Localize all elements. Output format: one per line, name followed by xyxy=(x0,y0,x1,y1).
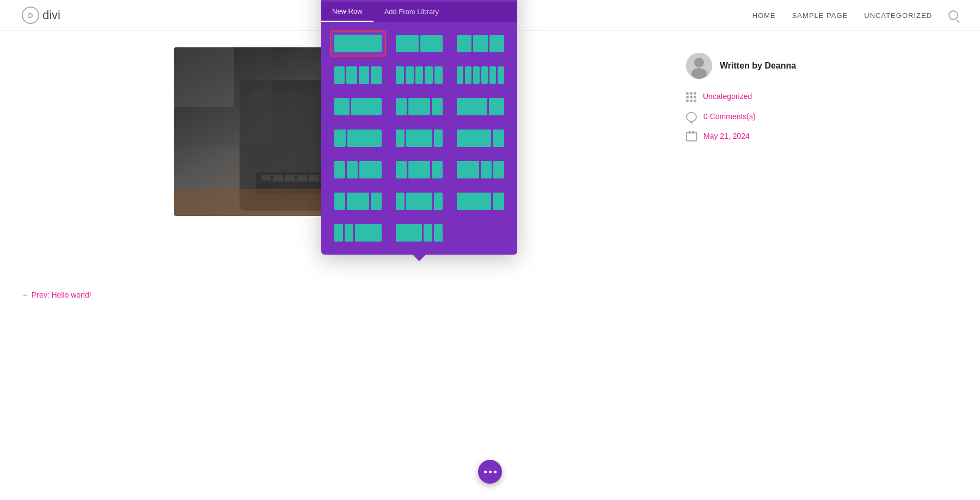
layout-grid xyxy=(330,30,509,246)
svg-rect-7 xyxy=(273,175,283,181)
col-block xyxy=(473,35,488,52)
layout-2-1-1[interactable] xyxy=(452,157,509,183)
prev-post-link[interactable]: ← Prev: Hello world! xyxy=(22,291,91,299)
col-block xyxy=(371,193,382,210)
svg-rect-20 xyxy=(174,47,234,107)
layout-1-1-2[interactable] xyxy=(330,157,386,183)
col-block xyxy=(334,66,345,84)
col-block xyxy=(473,66,480,84)
col-block xyxy=(396,161,407,178)
layout-thin-wide[interactable] xyxy=(330,220,386,246)
col-block xyxy=(346,66,357,84)
col-block xyxy=(334,224,343,242)
modal-tabs: New Row Add From Library xyxy=(321,2,517,22)
col-block xyxy=(347,129,382,147)
col-block xyxy=(457,129,491,147)
tab-add-from-library[interactable]: Add From Library xyxy=(373,2,450,22)
col-block xyxy=(457,35,471,52)
nav-uncategorized[interactable]: UNCATEGORIZED xyxy=(864,11,932,20)
col-block xyxy=(334,98,350,115)
col-block xyxy=(432,98,443,115)
col-block xyxy=(371,66,381,84)
layout-1-2-3[interactable] xyxy=(330,188,386,214)
layout-6col[interactable] xyxy=(452,62,509,88)
col-block xyxy=(347,193,369,210)
site-logo[interactable]: D divi xyxy=(22,7,60,24)
bottom-navigation: ← Prev: Hello world! xyxy=(0,274,980,316)
col-block xyxy=(424,224,432,242)
col-block xyxy=(355,224,381,242)
col-block xyxy=(406,193,432,210)
meta-category: Uncategorized xyxy=(686,92,806,102)
svg-point-24 xyxy=(691,68,707,79)
layout-4col[interactable] xyxy=(330,62,386,88)
col-block xyxy=(493,129,504,147)
col-block xyxy=(457,98,487,115)
nav-sample-page[interactable]: SAMPLE PAGE xyxy=(792,11,848,20)
col-block xyxy=(359,161,381,178)
logo-circle-icon: D xyxy=(22,7,39,24)
meta-date: May 21, 2024 xyxy=(686,132,806,141)
col-block xyxy=(396,35,419,52)
col-block xyxy=(406,66,414,84)
col-block xyxy=(493,193,504,210)
search-icon[interactable] xyxy=(948,10,958,20)
col-block xyxy=(434,129,443,147)
layout-1-2-1[interactable] xyxy=(391,94,448,120)
col-block xyxy=(396,98,407,115)
col-block xyxy=(334,193,345,210)
col-block xyxy=(432,161,443,178)
comments-icon xyxy=(686,112,697,122)
nav-home[interactable]: HOME xyxy=(752,11,776,20)
col-block xyxy=(489,98,504,115)
tab-new-row[interactable]: New Row xyxy=(321,2,373,22)
col-block xyxy=(481,66,488,84)
col-block xyxy=(334,35,382,52)
layout-1-col-wider[interactable] xyxy=(391,188,448,214)
category-value[interactable]: Uncategorized xyxy=(703,92,752,101)
col-block xyxy=(457,193,491,210)
col-block xyxy=(465,66,471,84)
layout-5col[interactable] xyxy=(391,62,448,88)
col-block xyxy=(457,161,479,178)
main-content: Insert Row × New Row Add From Library xyxy=(174,47,664,246)
layout-2col[interactable] xyxy=(391,30,448,57)
layout-wide-thin[interactable] xyxy=(391,220,448,246)
svg-rect-10 xyxy=(309,175,319,181)
col-block xyxy=(481,161,492,178)
meta-comments: 0 Comments(s) xyxy=(686,112,806,122)
layout-1-2-mid[interactable] xyxy=(391,157,448,183)
sidebar: Written by Deanna Uncategorized 0 Commen… xyxy=(686,47,806,246)
layout-2-1[interactable] xyxy=(452,94,509,120)
layout-3-1[interactable] xyxy=(452,125,509,151)
row-insert-area: Insert Row × New Row Add From Library xyxy=(174,227,664,246)
layout-3-2-1[interactable] xyxy=(452,188,509,214)
layout-3col[interactable] xyxy=(452,30,509,57)
insert-row-modal: Insert Row × New Row Add From Library xyxy=(321,0,517,255)
col-block xyxy=(425,66,433,84)
col-block xyxy=(351,98,382,115)
col-block xyxy=(434,193,443,210)
col-block xyxy=(434,224,443,242)
category-icon xyxy=(686,92,696,102)
layout-1-2[interactable] xyxy=(330,94,386,120)
col-block xyxy=(457,66,463,84)
comments-value[interactable]: 0 Comments(s) xyxy=(703,112,756,121)
author-name: Written by Deanna xyxy=(720,61,796,71)
col-block xyxy=(434,66,443,84)
col-block xyxy=(396,129,405,147)
col-block xyxy=(493,161,504,178)
modal-body xyxy=(321,22,517,255)
layout-1-3[interactable] xyxy=(330,125,386,151)
bottom-float-button[interactable] xyxy=(478,460,502,484)
layout-1-3-1[interactable] xyxy=(391,125,448,151)
layout-1col[interactable] xyxy=(330,30,386,57)
col-block xyxy=(415,66,424,84)
insert-row-modal-overlay: Insert Row × New Row Add From Library xyxy=(321,0,517,261)
nav-links: HOME SAMPLE PAGE UNCATEGORIZED xyxy=(752,10,958,20)
author-avatar xyxy=(686,53,712,79)
svg-rect-6 xyxy=(261,175,271,181)
svg-rect-9 xyxy=(297,175,307,181)
logo-text: divi xyxy=(42,8,60,22)
col-block xyxy=(396,66,404,84)
